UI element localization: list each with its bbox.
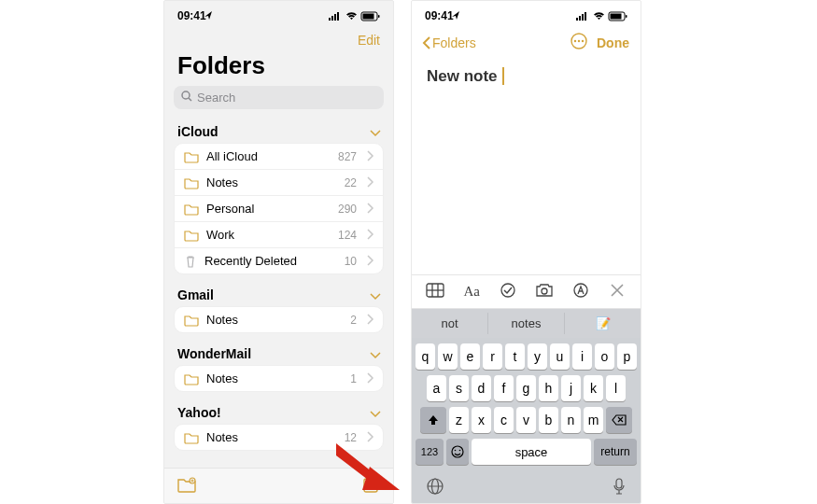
- svg-rect-12: [579, 16, 581, 21]
- key-j[interactable]: j: [561, 375, 581, 401]
- done-button[interactable]: Done: [597, 35, 629, 50]
- section-header-yahoo[interactable]: Yahoo!: [174, 398, 384, 424]
- table-icon[interactable]: [417, 284, 454, 300]
- section-header-icloud[interactable]: iCloud: [174, 117, 384, 143]
- folder-icon: [184, 315, 199, 326]
- folder-name: Personal: [206, 202, 331, 216]
- compose-button[interactable]: [363, 476, 380, 496]
- return-key[interactable]: return: [594, 439, 637, 465]
- new-folder-button[interactable]: [177, 477, 196, 495]
- folder-icon: [184, 432, 199, 443]
- key-f[interactable]: f: [494, 375, 514, 401]
- key-v[interactable]: v: [516, 407, 536, 433]
- svg-rect-35: [616, 479, 622, 488]
- folder-count: 22: [345, 176, 357, 189]
- key-i[interactable]: i: [572, 343, 592, 370]
- key-t[interactable]: t: [505, 343, 525, 370]
- section-icloud: iCloud All iCloud 827 Notes 22: [164, 117, 393, 280]
- camera-icon[interactable]: [526, 284, 562, 300]
- space-key[interactable]: space: [472, 439, 591, 465]
- key-s[interactable]: s: [449, 375, 469, 401]
- key-x[interactable]: x: [472, 407, 491, 433]
- key-o[interactable]: o: [595, 343, 614, 370]
- folder-row[interactable]: Notes 2: [175, 307, 383, 332]
- keyboard-area: Aa not notes 📝 q w e r t y u: [412, 274, 641, 503]
- key-h[interactable]: h: [539, 375, 558, 401]
- folder-row[interactable]: Notes 12: [175, 425, 383, 450]
- key-w[interactable]: w: [438, 343, 458, 370]
- section-gmail: Gmail Notes 2: [164, 280, 393, 339]
- svg-line-8: [189, 98, 191, 101]
- key-d[interactable]: d: [472, 375, 491, 401]
- key-l[interactable]: l: [606, 375, 626, 401]
- key-q[interactable]: q: [416, 343, 435, 370]
- numbers-key[interactable]: 123: [416, 439, 444, 465]
- folder-icon: [184, 373, 199, 385]
- key-u[interactable]: u: [550, 343, 570, 370]
- checklist-icon[interactable]: [490, 283, 527, 301]
- backspace-key[interactable]: [606, 407, 632, 433]
- more-button[interactable]: [570, 33, 587, 52]
- folder-row[interactable]: Work 124: [175, 222, 383, 248]
- svg-point-19: [574, 40, 576, 42]
- suggestion[interactable]: notes: [488, 313, 565, 334]
- shift-key[interactable]: [420, 407, 446, 433]
- folder-row[interactable]: Notes 1: [175, 366, 383, 391]
- folder-name: Notes: [206, 371, 343, 385]
- search-field[interactable]: Search: [174, 86, 384, 109]
- close-keyboard-button[interactable]: [599, 284, 635, 300]
- wifi-icon: [593, 12, 605, 21]
- svg-point-21: [582, 40, 584, 42]
- folders-screen: 09:41 Edit Folders Search iCloud: [163, 0, 394, 504]
- folder-row[interactable]: Personal 290: [175, 196, 383, 222]
- folder-row[interactable]: Notes 22: [175, 170, 383, 196]
- status-time: 09:41: [177, 9, 206, 22]
- folder-name: All iCloud: [206, 149, 331, 163]
- key-m[interactable]: m: [584, 407, 603, 433]
- dictation-icon[interactable]: [613, 478, 626, 497]
- suggestion-bar: not notes 📝: [412, 309, 641, 338]
- globe-icon[interactable]: [427, 478, 444, 497]
- key-k[interactable]: k: [584, 375, 603, 401]
- section-header-wondermail[interactable]: WonderMail: [174, 339, 384, 365]
- back-button[interactable]: Folders: [423, 35, 476, 50]
- location-icon: [452, 9, 460, 22]
- chevron-down-icon: [371, 124, 380, 139]
- status-icons: [576, 12, 627, 21]
- key-r[interactable]: r: [483, 343, 502, 370]
- key-p[interactable]: p: [617, 343, 637, 370]
- key-e[interactable]: e: [460, 343, 480, 370]
- key-c[interactable]: c: [494, 407, 514, 433]
- edit-button[interactable]: Edit: [358, 33, 380, 48]
- folder-row[interactable]: Recently Deleted 10: [175, 248, 383, 273]
- folder-count: 12: [345, 431, 357, 444]
- suggestion[interactable]: 📝: [565, 313, 641, 334]
- svg-rect-3: [337, 12, 339, 21]
- key-g[interactable]: g: [516, 375, 536, 401]
- text-format-button[interactable]: Aa: [454, 284, 490, 300]
- key-a[interactable]: a: [427, 375, 446, 401]
- emoji-key[interactable]: [446, 439, 469, 465]
- chevron-down-icon: [371, 346, 380, 361]
- chevron-right-icon: [368, 371, 373, 385]
- new-note-screen: 09:41 Folders Done New note: [411, 0, 641, 504]
- svg-rect-6: [378, 15, 380, 18]
- folder-row[interactable]: All iCloud 827: [175, 144, 383, 170]
- note-editor[interactable]: New note: [412, 58, 641, 274]
- key-b[interactable]: b: [539, 407, 558, 433]
- search-icon: [181, 91, 192, 105]
- suggestion[interactable]: not: [412, 313, 488, 334]
- trash-icon: [184, 255, 197, 268]
- svg-rect-5: [363, 13, 374, 19]
- section-header-gmail[interactable]: Gmail: [174, 280, 384, 306]
- key-y[interactable]: y: [528, 343, 547, 370]
- chevron-down-icon: [371, 405, 380, 420]
- folder-count: 290: [338, 203, 357, 216]
- key-z[interactable]: z: [449, 407, 469, 433]
- section-wondermail: WonderMail Notes 1: [164, 339, 393, 398]
- key-n[interactable]: n: [561, 407, 581, 433]
- markup-icon[interactable]: [562, 283, 599, 301]
- folder-icon: [184, 203, 199, 215]
- svg-point-29: [452, 446, 463, 457]
- svg-rect-16: [611, 13, 622, 19]
